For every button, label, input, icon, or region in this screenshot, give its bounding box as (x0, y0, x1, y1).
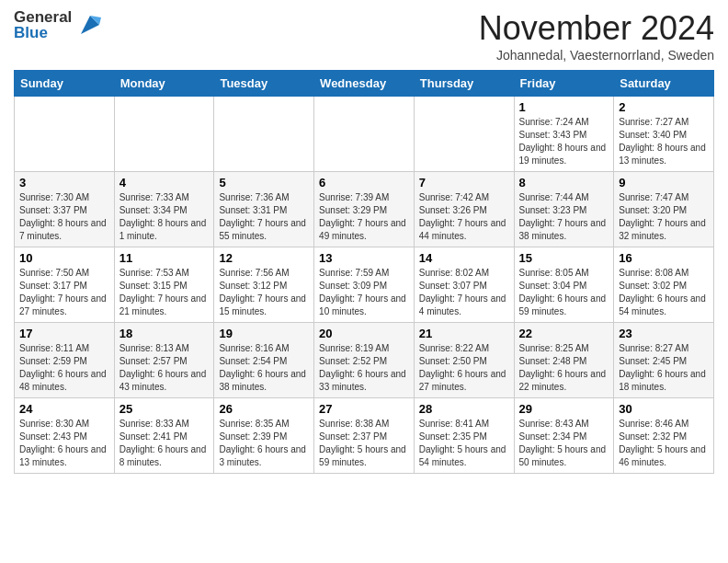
day-info: Sunrise: 7:44 AM Sunset: 3:23 PM Dayligh… (519, 191, 609, 243)
day-info: Sunrise: 8:11 AM Sunset: 2:59 PM Dayligh… (19, 342, 109, 394)
day-info: Sunrise: 7:53 AM Sunset: 3:15 PM Dayligh… (119, 267, 210, 318)
calendar-cell: 11Sunrise: 7:53 AM Sunset: 3:15 PM Dayli… (114, 247, 214, 323)
calendar-cell: 15Sunrise: 8:05 AM Sunset: 3:04 PM Dayli… (514, 247, 614, 323)
day-number: 1 (519, 100, 609, 114)
day-info: Sunrise: 8:46 AM Sunset: 2:32 PM Dayligh… (619, 418, 709, 469)
day-info: Sunrise: 8:30 AM Sunset: 2:43 PM Dayligh… (19, 418, 109, 469)
weekday-saturday: Saturday (614, 71, 714, 97)
day-info: Sunrise: 8:41 AM Sunset: 2:35 PM Dayligh… (419, 418, 509, 469)
day-info: Sunrise: 7:33 AM Sunset: 3:34 PM Dayligh… (119, 191, 210, 243)
calendar-cell: 18Sunrise: 8:13 AM Sunset: 2:57 PM Dayli… (114, 323, 214, 398)
day-info: Sunrise: 7:27 AM Sunset: 3:40 PM Dayligh… (619, 116, 709, 167)
weekday-sunday: Sunday (15, 71, 115, 97)
day-info: Sunrise: 8:02 AM Sunset: 3:07 PM Dayligh… (419, 267, 509, 318)
calendar-cell: 30Sunrise: 8:46 AM Sunset: 2:32 PM Dayli… (614, 398, 714, 474)
day-info: Sunrise: 8:19 AM Sunset: 2:52 PM Dayligh… (319, 342, 409, 394)
calendar-header: SundayMondayTuesdayWednesdayThursdayFrid… (15, 71, 714, 97)
calendar-cell: 27Sunrise: 8:38 AM Sunset: 2:37 PM Dayli… (314, 398, 415, 474)
day-number: 23 (619, 327, 709, 340)
calendar-cell: 9Sunrise: 7:47 AM Sunset: 3:20 PM Daylig… (614, 172, 714, 247)
day-info: Sunrise: 8:25 AM Sunset: 2:48 PM Dayligh… (519, 342, 609, 394)
header: General Blue November 2024 Johannedal, V… (14, 9, 714, 63)
day-number: 9 (619, 176, 709, 190)
calendar-cell: 22Sunrise: 8:25 AM Sunset: 2:48 PM Dayli… (514, 323, 614, 398)
day-number: 13 (319, 251, 409, 265)
calendar-cell: 10Sunrise: 7:50 AM Sunset: 3:17 PM Dayli… (15, 247, 115, 323)
day-number: 30 (619, 402, 709, 416)
calendar-cell: 1Sunrise: 7:24 AM Sunset: 3:43 PM Daylig… (514, 97, 614, 172)
day-number: 16 (619, 251, 709, 265)
day-number: 29 (519, 402, 609, 416)
day-info: Sunrise: 8:16 AM Sunset: 2:54 PM Dayligh… (219, 342, 309, 394)
day-number: 18 (119, 327, 210, 340)
day-number: 25 (119, 402, 210, 416)
day-info: Sunrise: 8:33 AM Sunset: 2:41 PM Dayligh… (119, 418, 210, 469)
page: General Blue November 2024 Johannedal, V… (0, 0, 728, 483)
calendar-cell: 13Sunrise: 7:59 AM Sunset: 3:09 PM Dayli… (314, 247, 415, 323)
calendar-week-4: 24Sunrise: 8:30 AM Sunset: 2:43 PM Dayli… (15, 398, 714, 474)
logo: General Blue (14, 9, 105, 40)
weekday-monday: Monday (114, 71, 214, 97)
day-number: 3 (19, 176, 109, 190)
weekday-wednesday: Wednesday (314, 71, 415, 97)
day-number: 20 (319, 327, 409, 340)
day-number: 5 (219, 176, 309, 190)
calendar-cell (114, 97, 214, 172)
calendar-cell: 3Sunrise: 7:30 AM Sunset: 3:37 PM Daylig… (15, 172, 115, 247)
day-info: Sunrise: 8:35 AM Sunset: 2:39 PM Dayligh… (219, 418, 309, 469)
day-number: 2 (619, 100, 709, 114)
logo-text: General Blue (14, 9, 105, 40)
day-info: Sunrise: 8:43 AM Sunset: 2:34 PM Dayligh… (519, 418, 609, 469)
day-number: 22 (519, 327, 609, 340)
logo-icon (75, 10, 105, 40)
calendar-cell: 7Sunrise: 7:42 AM Sunset: 3:26 PM Daylig… (414, 172, 514, 247)
calendar-cell: 19Sunrise: 8:16 AM Sunset: 2:54 PM Dayli… (214, 323, 314, 398)
day-info: Sunrise: 7:30 AM Sunset: 3:37 PM Dayligh… (19, 191, 109, 243)
calendar-cell: 28Sunrise: 8:41 AM Sunset: 2:35 PM Dayli… (414, 398, 514, 474)
calendar-cell: 29Sunrise: 8:43 AM Sunset: 2:34 PM Dayli… (514, 398, 614, 474)
location: Johannedal, Vaesternorrland, Sweden (479, 48, 714, 63)
day-number: 27 (319, 402, 409, 416)
day-number: 4 (119, 176, 210, 190)
weekday-tuesday: Tuesday (214, 71, 314, 97)
weekday-row: SundayMondayTuesdayWednesdayThursdayFrid… (15, 71, 714, 97)
weekday-thursday: Thursday (414, 71, 514, 97)
day-number: 10 (19, 251, 109, 265)
day-info: Sunrise: 7:36 AM Sunset: 3:31 PM Dayligh… (219, 191, 309, 243)
day-number: 17 (19, 327, 109, 340)
day-number: 6 (319, 176, 409, 190)
calendar-cell (314, 97, 415, 172)
calendar-week-1: 3Sunrise: 7:30 AM Sunset: 3:37 PM Daylig… (15, 172, 714, 247)
logo-blue-text: Blue (14, 24, 48, 41)
day-number: 15 (519, 251, 609, 265)
day-info: Sunrise: 8:13 AM Sunset: 2:57 PM Dayligh… (119, 342, 210, 394)
weekday-friday: Friday (514, 71, 614, 97)
calendar-week-2: 10Sunrise: 7:50 AM Sunset: 3:17 PM Dayli… (15, 247, 714, 323)
day-number: 19 (219, 327, 309, 340)
day-info: Sunrise: 8:38 AM Sunset: 2:37 PM Dayligh… (319, 418, 409, 469)
calendar-cell: 25Sunrise: 8:33 AM Sunset: 2:41 PM Dayli… (114, 398, 214, 474)
calendar-cell: 6Sunrise: 7:39 AM Sunset: 3:29 PM Daylig… (314, 172, 415, 247)
day-info: Sunrise: 8:05 AM Sunset: 3:04 PM Dayligh… (519, 267, 609, 318)
day-info: Sunrise: 7:50 AM Sunset: 3:17 PM Dayligh… (19, 267, 109, 318)
day-info: Sunrise: 7:24 AM Sunset: 3:43 PM Dayligh… (519, 116, 609, 167)
calendar-cell: 20Sunrise: 8:19 AM Sunset: 2:52 PM Dayli… (314, 323, 415, 398)
calendar-week-0: 1Sunrise: 7:24 AM Sunset: 3:43 PM Daylig… (15, 97, 714, 172)
calendar-cell: 14Sunrise: 8:02 AM Sunset: 3:07 PM Dayli… (414, 247, 514, 323)
day-number: 24 (19, 402, 109, 416)
calendar-body: 1Sunrise: 7:24 AM Sunset: 3:43 PM Daylig… (15, 97, 714, 474)
calendar-cell: 8Sunrise: 7:44 AM Sunset: 3:23 PM Daylig… (514, 172, 614, 247)
day-info: Sunrise: 7:39 AM Sunset: 3:29 PM Dayligh… (319, 191, 409, 243)
calendar-week-3: 17Sunrise: 8:11 AM Sunset: 2:59 PM Dayli… (15, 323, 714, 398)
day-number: 8 (519, 176, 609, 190)
calendar-cell: 4Sunrise: 7:33 AM Sunset: 3:34 PM Daylig… (114, 172, 214, 247)
calendar-cell: 24Sunrise: 8:30 AM Sunset: 2:43 PM Dayli… (15, 398, 115, 474)
day-number: 28 (419, 402, 509, 416)
day-info: Sunrise: 7:42 AM Sunset: 3:26 PM Dayligh… (419, 191, 509, 243)
calendar-table: SundayMondayTuesdayWednesdayThursdayFrid… (14, 70, 714, 474)
calendar-cell: 17Sunrise: 8:11 AM Sunset: 2:59 PM Dayli… (15, 323, 115, 398)
day-number: 14 (419, 251, 509, 265)
month-title: November 2024 (479, 9, 714, 48)
calendar-cell: 21Sunrise: 8:22 AM Sunset: 2:50 PM Dayli… (414, 323, 514, 398)
day-info: Sunrise: 7:47 AM Sunset: 3:20 PM Dayligh… (619, 191, 709, 243)
